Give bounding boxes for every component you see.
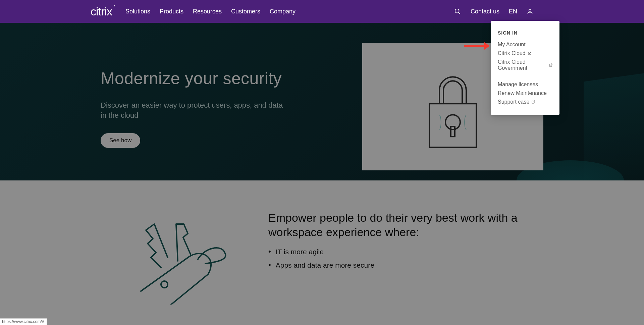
bullet-text: Apps and data are more secure: [276, 261, 374, 269]
nav-link-company[interactable]: Company: [270, 8, 296, 15]
empower-text: Empower people to do their very best wor…: [268, 204, 543, 306]
bullet-text: IT is more agile: [276, 248, 324, 256]
svg-point-0: [455, 9, 459, 13]
svg-line-1: [459, 12, 460, 14]
dropdown-item-citrix-cloud[interactable]: Citrix Cloud: [498, 50, 553, 56]
dropdown-item-renew-maintenance[interactable]: Renew Maintenance: [498, 90, 553, 96]
nav-link-customers[interactable]: Customers: [231, 8, 260, 15]
annotation-arrow: [464, 42, 490, 50]
external-link-icon: [549, 63, 553, 67]
nav-links: Solutions Products Resources Customers C…: [125, 8, 296, 15]
empower-section: Empower people to do their very best wor…: [0, 180, 644, 325]
search-icon[interactable]: [454, 8, 461, 15]
empower-inner: Empower people to do their very best wor…: [101, 204, 543, 306]
contact-us-link[interactable]: Contact us: [471, 8, 499, 15]
lock-icon: [419, 67, 486, 155]
nav-right: Contact us EN: [454, 8, 533, 15]
dropdown-item-label: Citrix Cloud Government: [498, 59, 547, 71]
dropdown-item-label: Renew Maintenance: [498, 90, 547, 96]
empower-list: IT is more agile Apps and data are more …: [268, 248, 543, 269]
dropdown-separator: [498, 76, 553, 76]
browser-status-bar: https://www.citrix.com/#: [0, 318, 47, 325]
svg-point-6: [161, 281, 168, 288]
svg-rect-3: [429, 104, 476, 147]
hero-text: Modernize your security Discover an easi…: [101, 55, 288, 148]
logo-dot-icon: •: [114, 4, 115, 8]
user-icon: [527, 8, 533, 15]
external-link-icon: [531, 100, 535, 104]
top-nav: citrix • Solutions Products Resources Cu…: [0, 0, 644, 23]
hero-title: Modernize your security: [101, 69, 288, 88]
empower-bullet: Apps and data are more secure: [268, 261, 543, 269]
dropdown-item-label: My Account: [498, 42, 526, 48]
dropdown-item-label: Citrix Cloud: [498, 50, 526, 56]
svg-point-4: [445, 115, 460, 129]
annotation-arrow-line: [464, 45, 485, 47]
nav-link-resources[interactable]: Resources: [193, 8, 222, 15]
logo[interactable]: citrix •: [91, 5, 112, 18]
dropdown-item-label: Support case: [498, 99, 529, 105]
dropdown-item-citrix-cloud-government[interactable]: Citrix Cloud Government: [498, 59, 553, 71]
nav-link-products[interactable]: Products: [160, 8, 183, 15]
dropdown-title: SIGN IN: [498, 30, 553, 36]
dropdown-item-support-case[interactable]: Support case: [498, 99, 553, 105]
svg-point-2: [529, 9, 531, 11]
logo-text: citrix: [91, 5, 112, 18]
annotation-arrow-head: [484, 42, 490, 50]
empower-title: Empower people to do their very best wor…: [268, 211, 543, 239]
nav-inner: citrix • Solutions Products Resources Cu…: [91, 5, 533, 18]
empower-bullet: IT is more agile: [268, 248, 543, 256]
language-selector[interactable]: EN: [509, 8, 517, 15]
nav-link-solutions[interactable]: Solutions: [125, 8, 150, 15]
dropdown-item-my-account[interactable]: My Account: [498, 42, 553, 48]
dropdown-item-manage-licenses[interactable]: Manage licenses: [498, 82, 553, 88]
see-how-button[interactable]: See how: [101, 133, 140, 148]
empower-illustration: [101, 204, 248, 306]
account-menu-button[interactable]: [527, 8, 533, 15]
hero-subtitle: Discover an easier way to protect users,…: [101, 100, 288, 120]
external-link-icon: [528, 51, 532, 55]
dropdown-item-label: Manage licenses: [498, 82, 538, 88]
account-dropdown: SIGN IN My Account Citrix Cloud Citrix C…: [491, 21, 559, 115]
svg-rect-5: [451, 126, 455, 137]
